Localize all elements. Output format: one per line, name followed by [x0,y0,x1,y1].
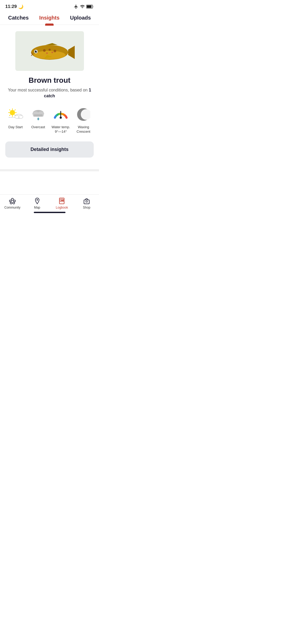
svg-rect-52 [84,200,89,204]
section-divider [0,169,99,171]
svg-point-8 [51,52,53,53]
status-time: 11:29 🌙 [5,4,23,9]
top-tabs: Catches Insights Uploads [0,12,99,25]
shop-icon [83,197,90,205]
svg-rect-53 [86,201,87,202]
svg-point-51 [61,200,61,201]
detailed-insights-button[interactable]: Detailed insights [5,141,94,158]
time-display: 11:29 [5,4,17,9]
svg-point-14 [36,51,37,52]
svg-point-46 [36,199,38,201]
fish-subtitle: Your most successful conditions, based o… [5,87,94,99]
status-bar: 11:29 🌙 [0,0,99,12]
tab-insights[interactable]: Insights [39,15,60,25]
svg-line-23 [9,115,10,116]
home-indicator [34,212,65,213]
svg-marker-10 [46,43,58,45]
svg-point-44 [10,202,12,204]
fish-name: Brown trout [29,76,70,85]
conditions-row: Day Start Over [5,107,94,134]
svg-point-42 [9,200,11,202]
svg-marker-9 [68,46,75,59]
svg-point-41 [11,198,13,200]
nav-item-map[interactable]: Map [25,197,50,209]
day-start-label: Day Start [8,125,23,130]
svg-point-3 [34,51,65,59]
moon-icon: 🌙 [18,4,23,9]
logbook-icon [58,197,65,205]
nav-item-community[interactable]: Community [0,197,25,209]
tab-catches[interactable]: Catches [8,15,29,25]
svg-point-4 [43,49,46,52]
svg-point-7 [46,52,48,54]
fish-image [15,31,84,71]
svg-point-15 [10,110,15,115]
svg-point-26 [15,115,19,118]
status-icons [74,4,94,9]
svg-marker-50 [63,199,64,201]
svg-point-5 [49,49,51,51]
svg-point-27 [19,115,23,118]
nav-item-shop[interactable]: Shop [74,197,99,209]
svg-rect-1 [87,6,92,8]
shop-label: Shop [83,206,90,209]
tab-uploads[interactable]: Uploads [70,15,91,25]
map-icon [34,197,41,205]
community-label: Community [4,206,21,209]
svg-line-22 [15,109,16,111]
water-temp-icon [53,107,69,122]
svg-point-43 [13,200,15,202]
airplane-icon [74,4,78,9]
overcast-label: Overcast [31,125,45,130]
wifi-icon [80,4,85,9]
svg-point-45 [13,202,15,204]
condition-water-temp: Water temp. 9°—14° [51,107,71,134]
battery-icon [86,5,94,8]
moon-label: Waxing Crescent [73,125,94,134]
svg-point-38 [60,117,62,119]
brown-trout-svg [23,38,76,64]
condition-day-start: Day Start [5,107,26,134]
community-icon [9,197,16,205]
nav-item-logbook[interactable]: Logbook [50,197,74,209]
condition-overcast: Overcast [28,107,49,134]
condition-moon: Waxing Crescent [73,107,94,134]
svg-line-20 [9,109,10,111]
logbook-label: Logbook [56,206,68,209]
water-temp-label: Water temp. 9°—14° [51,125,70,134]
svg-point-6 [54,50,56,52]
moon-icon [76,107,91,122]
day-start-icon [8,107,23,122]
map-label: Map [34,206,40,209]
main-content: Brown trout Your most successful conditi… [0,25,99,164]
overcast-icon [30,107,46,122]
